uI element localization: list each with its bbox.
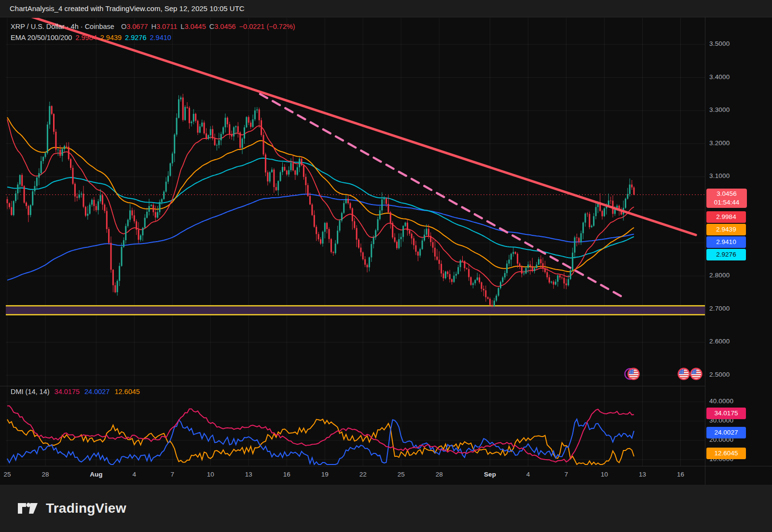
high-key: H xyxy=(152,23,156,30)
ema20-line xyxy=(7,120,634,286)
time-tick-label: 19 xyxy=(321,471,329,478)
support-zone xyxy=(6,306,705,315)
dmi-indicator-label[interactable]: DMI (14, 14) xyxy=(11,388,50,396)
price-tick-label: 2.7000 xyxy=(709,305,730,312)
candlestick-series xyxy=(7,94,635,308)
grid-lines xyxy=(6,18,705,466)
pane-borders xyxy=(0,17,772,485)
ema20-price-label: 2.9984 xyxy=(706,211,746,223)
symbol-legend: XRP / U.S. Dollar · 4h · CoinbaseO3.0677… xyxy=(11,21,299,43)
price-tick-label: 3.2000 xyxy=(709,139,730,147)
time-tick-label: 7 xyxy=(171,471,175,478)
price-tick-label: 2.6000 xyxy=(709,338,730,345)
time-tick-label: 10 xyxy=(207,471,214,478)
current-price-value: 3.0456 xyxy=(706,190,747,198)
price-tick-label: 3.5000 xyxy=(709,40,730,47)
time-tick-label: 13 xyxy=(245,471,252,478)
time-tick-label: 25 xyxy=(3,471,11,478)
symbol-title[interactable]: XRP / U.S. Dollar · 4h · Coinbase xyxy=(11,23,114,30)
time-tick-label: 16 xyxy=(677,471,684,478)
ema100-value: 2.9276 xyxy=(125,34,146,41)
dmi-plus-di-value: 24.0027 xyxy=(84,388,110,396)
ema50-price-label: 2.9439 xyxy=(706,224,746,235)
ema200-line xyxy=(7,194,634,280)
change-value: −0.0221 (−0.72%) xyxy=(239,23,295,30)
time-tick-label: 16 xyxy=(283,471,290,478)
dmi-panel xyxy=(7,406,634,464)
bar-close-countdown: 01:54:44 xyxy=(706,198,747,207)
ema200-value: 2.9410 xyxy=(150,34,171,41)
time-tick-label: 25 xyxy=(398,471,405,478)
dmi-legend: DMI (14, 14)34.017524.002712.6045 xyxy=(11,388,145,396)
economic-event-flag xyxy=(690,368,702,380)
chart-canvas[interactable] xyxy=(0,0,772,532)
dmi-adx-label: 34.0175 xyxy=(706,408,746,419)
high-value: 3.0711 xyxy=(156,23,177,30)
time-tick-label: 10 xyxy=(601,471,608,478)
dmi-plus-di-label: 24.0027 xyxy=(706,427,746,438)
open-key: O xyxy=(121,23,126,30)
time-tick-label: Sep xyxy=(484,471,496,478)
economic-event-flag xyxy=(625,368,639,380)
price-tick-label: 3.4000 xyxy=(709,73,730,81)
close-key: C xyxy=(209,23,214,30)
tradingview-brand-text[interactable]: TradingView xyxy=(46,501,126,516)
time-tick-label: 4 xyxy=(133,471,137,478)
ema-row: EMA 20/50/100/2002.99842.94392.92762.941… xyxy=(11,32,299,43)
footer-bar: TradingView xyxy=(0,485,772,532)
economic-event-flag xyxy=(678,368,689,380)
time-tick-label: 28 xyxy=(41,471,49,478)
price-tick-label: 3.3000 xyxy=(709,106,730,113)
ema200-price-label: 2.9410 xyxy=(706,236,746,248)
ema20-value: 2.9984 xyxy=(75,34,96,41)
ohlc-row: XRP / U.S. Dollar · 4h · CoinbaseO3.0677… xyxy=(11,21,299,32)
dmi-minus-di-label: 12.6045 xyxy=(706,448,746,459)
dmi-adx-value: 34.0175 xyxy=(55,388,80,396)
time-tick-label: 7 xyxy=(565,471,568,478)
ema-lines xyxy=(7,117,634,286)
tradingview-logo-icon[interactable] xyxy=(16,499,39,518)
time-tick-label: 22 xyxy=(359,471,367,478)
attribution-text: ChartAnalysis_4 created with TradingView… xyxy=(10,4,245,13)
ema-indicator-label[interactable]: EMA 20/50/100/200 xyxy=(11,34,72,41)
price-tick-label: 2.8000 xyxy=(709,272,730,279)
time-tick-label: Aug xyxy=(90,471,102,478)
time-tick-label: 13 xyxy=(639,471,646,478)
ema50-value: 2.9439 xyxy=(100,34,122,41)
price-tick-label: 3.1000 xyxy=(709,172,730,179)
dmi-tick-label: 40.0000 xyxy=(709,397,733,405)
price-tick-label: 2.5000 xyxy=(709,371,730,378)
close-value: 3.0456 xyxy=(214,23,235,30)
ema50-line xyxy=(7,117,634,272)
time-tick-label: 28 xyxy=(436,471,443,478)
time-tick-label: 4 xyxy=(526,471,530,478)
low-value: 3.0445 xyxy=(184,23,206,30)
open-value: 3.0677 xyxy=(126,23,148,30)
attribution-bar: ChartAnalysis_4 created with TradingView… xyxy=(0,0,772,17)
adx-line xyxy=(7,406,634,462)
ema100-price-label: 2.9276 xyxy=(706,249,746,260)
dmi-minus-di-value: 12.6045 xyxy=(114,388,139,396)
tradingview-chart-app: ChartAnalysis_4 created with TradingView… xyxy=(0,0,772,532)
current-price-label: 3.0456 01:54:44 xyxy=(706,189,747,208)
